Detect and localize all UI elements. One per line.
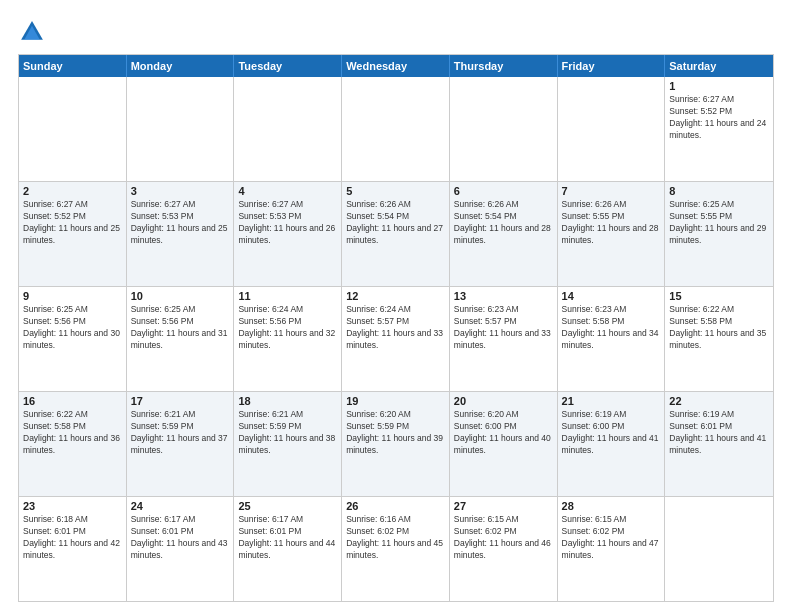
day-number: 28 [562,500,661,512]
day-number: 12 [346,290,445,302]
calendar-row-3: 16Sunrise: 6:22 AM Sunset: 5:58 PM Dayli… [19,391,773,496]
header [18,18,774,46]
day-info: Sunrise: 6:27 AM Sunset: 5:52 PM Dayligh… [23,199,122,247]
logo [18,18,50,46]
day-info: Sunrise: 6:20 AM Sunset: 5:59 PM Dayligh… [346,409,445,457]
day-number: 15 [669,290,769,302]
calendar-cell-1-3: 5Sunrise: 6:26 AM Sunset: 5:54 PM Daylig… [342,182,450,286]
day-info: Sunrise: 6:21 AM Sunset: 5:59 PM Dayligh… [238,409,337,457]
calendar-cell-0-6: 1Sunrise: 6:27 AM Sunset: 5:52 PM Daylig… [665,77,773,181]
calendar-cell-2-0: 9Sunrise: 6:25 AM Sunset: 5:56 PM Daylig… [19,287,127,391]
calendar-cell-1-2: 4Sunrise: 6:27 AM Sunset: 5:53 PM Daylig… [234,182,342,286]
header-tuesday: Tuesday [234,55,342,77]
calendar-cell-3-0: 16Sunrise: 6:22 AM Sunset: 5:58 PM Dayli… [19,392,127,496]
logo-icon [18,18,46,46]
calendar-cell-2-5: 14Sunrise: 6:23 AM Sunset: 5:58 PM Dayli… [558,287,666,391]
header-saturday: Saturday [665,55,773,77]
day-number: 1 [669,80,769,92]
day-number: 8 [669,185,769,197]
day-info: Sunrise: 6:19 AM Sunset: 6:00 PM Dayligh… [562,409,661,457]
day-number: 13 [454,290,553,302]
day-info: Sunrise: 6:23 AM Sunset: 5:58 PM Dayligh… [562,304,661,352]
calendar-cell-1-0: 2Sunrise: 6:27 AM Sunset: 5:52 PM Daylig… [19,182,127,286]
calendar: SundayMondayTuesdayWednesdayThursdayFrid… [18,54,774,602]
day-info: Sunrise: 6:19 AM Sunset: 6:01 PM Dayligh… [669,409,769,457]
calendar-cell-1-1: 3Sunrise: 6:27 AM Sunset: 5:53 PM Daylig… [127,182,235,286]
day-info: Sunrise: 6:22 AM Sunset: 5:58 PM Dayligh… [23,409,122,457]
day-info: Sunrise: 6:24 AM Sunset: 5:56 PM Dayligh… [238,304,337,352]
day-info: Sunrise: 6:21 AM Sunset: 5:59 PM Dayligh… [131,409,230,457]
day-info: Sunrise: 6:17 AM Sunset: 6:01 PM Dayligh… [131,514,230,562]
calendar-cell-2-6: 15Sunrise: 6:22 AM Sunset: 5:58 PM Dayli… [665,287,773,391]
day-info: Sunrise: 6:27 AM Sunset: 5:53 PM Dayligh… [131,199,230,247]
calendar-row-0: 1Sunrise: 6:27 AM Sunset: 5:52 PM Daylig… [19,77,773,181]
calendar-row-2: 9Sunrise: 6:25 AM Sunset: 5:56 PM Daylig… [19,286,773,391]
calendar-cell-3-2: 18Sunrise: 6:21 AM Sunset: 5:59 PM Dayli… [234,392,342,496]
day-number: 7 [562,185,661,197]
day-number: 22 [669,395,769,407]
day-number: 4 [238,185,337,197]
day-info: Sunrise: 6:26 AM Sunset: 5:54 PM Dayligh… [346,199,445,247]
day-info: Sunrise: 6:24 AM Sunset: 5:57 PM Dayligh… [346,304,445,352]
day-number: 23 [23,500,122,512]
day-number: 14 [562,290,661,302]
calendar-cell-3-5: 21Sunrise: 6:19 AM Sunset: 6:00 PM Dayli… [558,392,666,496]
day-info: Sunrise: 6:16 AM Sunset: 6:02 PM Dayligh… [346,514,445,562]
day-info: Sunrise: 6:15 AM Sunset: 6:02 PM Dayligh… [454,514,553,562]
day-info: Sunrise: 6:20 AM Sunset: 6:00 PM Dayligh… [454,409,553,457]
calendar-cell-3-1: 17Sunrise: 6:21 AM Sunset: 5:59 PM Dayli… [127,392,235,496]
calendar-cell-4-6 [665,497,773,601]
day-number: 5 [346,185,445,197]
day-info: Sunrise: 6:17 AM Sunset: 6:01 PM Dayligh… [238,514,337,562]
calendar-cell-0-0 [19,77,127,181]
calendar-cell-4-5: 28Sunrise: 6:15 AM Sunset: 6:02 PM Dayli… [558,497,666,601]
calendar-cell-0-5 [558,77,666,181]
calendar-cell-0-3 [342,77,450,181]
day-info: Sunrise: 6:15 AM Sunset: 6:02 PM Dayligh… [562,514,661,562]
day-info: Sunrise: 6:25 AM Sunset: 5:56 PM Dayligh… [23,304,122,352]
day-info: Sunrise: 6:25 AM Sunset: 5:55 PM Dayligh… [669,199,769,247]
day-number: 21 [562,395,661,407]
calendar-body: 1Sunrise: 6:27 AM Sunset: 5:52 PM Daylig… [19,77,773,601]
header-wednesday: Wednesday [342,55,450,77]
calendar-cell-4-3: 26Sunrise: 6:16 AM Sunset: 6:02 PM Dayli… [342,497,450,601]
header-monday: Monday [127,55,235,77]
day-info: Sunrise: 6:26 AM Sunset: 5:54 PM Dayligh… [454,199,553,247]
calendar-cell-0-4 [450,77,558,181]
day-info: Sunrise: 6:23 AM Sunset: 5:57 PM Dayligh… [454,304,553,352]
calendar-cell-2-3: 12Sunrise: 6:24 AM Sunset: 5:57 PM Dayli… [342,287,450,391]
calendar-cell-0-2 [234,77,342,181]
calendar-cell-4-1: 24Sunrise: 6:17 AM Sunset: 6:01 PM Dayli… [127,497,235,601]
day-number: 10 [131,290,230,302]
day-number: 11 [238,290,337,302]
day-number: 18 [238,395,337,407]
calendar-cell-3-3: 19Sunrise: 6:20 AM Sunset: 5:59 PM Dayli… [342,392,450,496]
calendar-cell-1-4: 6Sunrise: 6:26 AM Sunset: 5:54 PM Daylig… [450,182,558,286]
calendar-row-4: 23Sunrise: 6:18 AM Sunset: 6:01 PM Dayli… [19,496,773,601]
page: SundayMondayTuesdayWednesdayThursdayFrid… [0,0,792,612]
day-number: 17 [131,395,230,407]
day-number: 2 [23,185,122,197]
calendar-cell-4-4: 27Sunrise: 6:15 AM Sunset: 6:02 PM Dayli… [450,497,558,601]
day-info: Sunrise: 6:25 AM Sunset: 5:56 PM Dayligh… [131,304,230,352]
day-number: 27 [454,500,553,512]
day-number: 26 [346,500,445,512]
calendar-cell-2-1: 10Sunrise: 6:25 AM Sunset: 5:56 PM Dayli… [127,287,235,391]
day-info: Sunrise: 6:27 AM Sunset: 5:53 PM Dayligh… [238,199,337,247]
day-info: Sunrise: 6:18 AM Sunset: 6:01 PM Dayligh… [23,514,122,562]
day-number: 3 [131,185,230,197]
day-number: 20 [454,395,553,407]
calendar-cell-2-4: 13Sunrise: 6:23 AM Sunset: 5:57 PM Dayli… [450,287,558,391]
day-number: 24 [131,500,230,512]
day-number: 19 [346,395,445,407]
day-number: 6 [454,185,553,197]
calendar-cell-3-6: 22Sunrise: 6:19 AM Sunset: 6:01 PM Dayli… [665,392,773,496]
calendar-cell-1-5: 7Sunrise: 6:26 AM Sunset: 5:55 PM Daylig… [558,182,666,286]
header-friday: Friday [558,55,666,77]
day-info: Sunrise: 6:22 AM Sunset: 5:58 PM Dayligh… [669,304,769,352]
day-info: Sunrise: 6:26 AM Sunset: 5:55 PM Dayligh… [562,199,661,247]
calendar-row-1: 2Sunrise: 6:27 AM Sunset: 5:52 PM Daylig… [19,181,773,286]
header-sunday: Sunday [19,55,127,77]
header-thursday: Thursday [450,55,558,77]
calendar-header: SundayMondayTuesdayWednesdayThursdayFrid… [19,55,773,77]
